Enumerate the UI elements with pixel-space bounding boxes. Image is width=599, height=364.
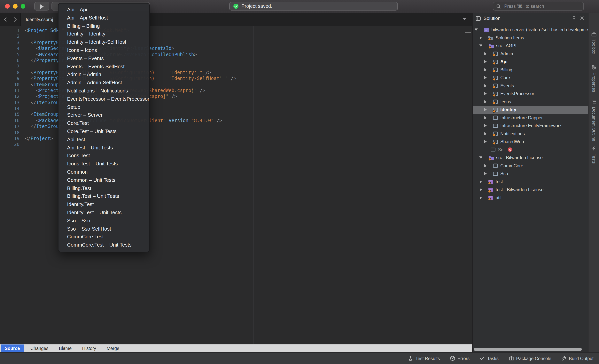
bottom-tab-changes[interactable]: Changes bbox=[26, 345, 52, 352]
run-config-api-api[interactable]: Api – Api bbox=[59, 6, 149, 14]
tree-item-admin[interactable]: Admin bbox=[473, 50, 588, 58]
run-config-common-unit-tests[interactable]: Common – Unit Tests bbox=[59, 176, 149, 184]
tree-item-commcore[interactable]: CommCore bbox=[473, 162, 588, 170]
disclosure-right-icon[interactable] bbox=[484, 172, 487, 175]
window-minimize-button[interactable] bbox=[13, 4, 18, 9]
run-config-api-test-unit-tests[interactable]: Api.Test – Unit Tests bbox=[59, 144, 149, 152]
tree-item-infrastructure-entityframework[interactable]: Infrastructure.EntityFramework bbox=[473, 122, 588, 130]
run-config-billing-test[interactable]: Billing.Test bbox=[59, 184, 149, 193]
run-config-identity-test-unit-tests[interactable]: Identity.Test – Unit Tests bbox=[59, 209, 149, 217]
run-config-eventsprocessor-eventsprocessor[interactable]: EventsProcessor – EventsProcessor bbox=[59, 95, 149, 103]
run-config-sso-sso-selfhost[interactable]: Sso – Sso-SelfHost bbox=[59, 225, 149, 233]
run-config-admin-admin-selfhost[interactable]: Admin – Admin-SelfHost bbox=[59, 79, 149, 87]
dock-tab-toolbox[interactable]: Toolbox bbox=[589, 32, 599, 54]
run-config-identity-identity-selfhost[interactable]: Identity – Identity-SelfHost bbox=[59, 38, 149, 46]
status-bar-build-output[interactable]: Build Output bbox=[561, 356, 594, 361]
pin-icon[interactable] bbox=[572, 16, 576, 21]
disclosure-right-icon[interactable] bbox=[484, 52, 487, 55]
disclosure-right-icon[interactable] bbox=[484, 76, 487, 80]
run-config-admin-admin[interactable]: Admin – Admin bbox=[59, 71, 149, 79]
tree-item-sharedweb[interactable]: SharedWeb bbox=[473, 138, 588, 146]
disclosure-right-icon[interactable] bbox=[484, 124, 487, 127]
tree-item-eventsprocessor[interactable]: EventsProcessor bbox=[473, 90, 588, 98]
bottom-tab-history[interactable]: History bbox=[78, 345, 100, 352]
tree-item-sso[interactable]: Sso bbox=[473, 170, 588, 178]
run-config-commcore-test-unit-tests[interactable]: CommCore.Test – Unit Tests bbox=[59, 241, 149, 249]
dock-tab-tests[interactable]: Tests bbox=[589, 145, 599, 164]
run-config-identity-identity[interactable]: Identity – Identity bbox=[59, 30, 149, 38]
bottom-tab-source[interactable]: Source bbox=[1, 345, 24, 352]
tree-item-sql[interactable]: Sql bbox=[473, 146, 588, 154]
disclosure-down-icon[interactable] bbox=[475, 29, 478, 31]
tree-item-notifications[interactable]: Notifications bbox=[473, 130, 588, 138]
tree-item-test-bitwarden-license[interactable]: test - Bitwarden License bbox=[473, 186, 588, 194]
tree-item-test[interactable]: test bbox=[473, 178, 588, 186]
dock-tab-properties[interactable]: Properties bbox=[589, 65, 599, 92]
run-config-billing-billing[interactable]: Billing – Billing bbox=[59, 22, 149, 30]
tree-item-identity[interactable]: Identity bbox=[473, 106, 588, 114]
disclosure-right-icon[interactable] bbox=[484, 132, 487, 135]
disclosure-right-icon[interactable] bbox=[484, 108, 487, 111]
tab-overflow-caret-icon[interactable] bbox=[463, 18, 467, 20]
navigate-back-icon[interactable] bbox=[1, 16, 9, 23]
run-config-api-test[interactable]: Api.Test bbox=[59, 136, 149, 144]
run-config-identity-test[interactable]: Identity.Test bbox=[59, 201, 149, 209]
disclosure-down-icon[interactable] bbox=[479, 45, 482, 47]
disclosure-right-icon[interactable] bbox=[484, 68, 487, 71]
disclosure-right-icon[interactable] bbox=[480, 188, 482, 191]
run-config-notifications-notifications[interactable]: Notifications – Notifications bbox=[59, 87, 149, 95]
run-config-common[interactable]: Common bbox=[59, 168, 149, 176]
disclosure-right-icon[interactable] bbox=[480, 180, 482, 183]
tree-item-events[interactable]: Events bbox=[473, 82, 588, 90]
disclosure-right-icon[interactable] bbox=[480, 196, 482, 199]
tree-item-infrastructure-dapper[interactable]: Infrastructure.Dapper bbox=[473, 114, 588, 122]
run-config-api-api-selfhost[interactable]: Api – Api-SelfHost bbox=[59, 14, 149, 22]
run-config-server-server[interactable]: Server – Server bbox=[59, 111, 149, 120]
navigate-forward-icon[interactable] bbox=[12, 16, 19, 23]
run-config-core-test-unit-tests[interactable]: Core.Test – Unit Tests bbox=[59, 128, 149, 136]
status-bar-tasks[interactable]: Tasks bbox=[480, 356, 499, 361]
close-icon[interactable] bbox=[580, 16, 584, 21]
status-bar-package-console[interactable]: Package Console bbox=[509, 356, 551, 361]
status-bar-test-results[interactable]: Test Results bbox=[408, 356, 440, 361]
window-close-button[interactable] bbox=[5, 4, 10, 9]
run-config-icons-test-unit-tests[interactable]: Icons.Test – Unit Tests bbox=[59, 160, 149, 168]
tree-item-src-bitwarden-license[interactable]: src - Bitwarden License bbox=[473, 154, 588, 162]
run-config-icons-icons[interactable]: Icons – Icons bbox=[59, 46, 149, 55]
scrollbar-indicator[interactable] bbox=[465, 32, 471, 33]
disclosure-right-icon[interactable] bbox=[484, 116, 487, 119]
disclosure-right-icon[interactable] bbox=[484, 164, 487, 167]
run-config-events-events-selfhost[interactable]: Events – Events-SelfHost bbox=[59, 63, 149, 71]
disclosure-right-icon[interactable] bbox=[484, 84, 487, 87]
disclosure-right-icon[interactable] bbox=[480, 36, 482, 39]
run-config-events-events[interactable]: Events – Events bbox=[59, 55, 149, 63]
tree-item-icons[interactable]: Icons bbox=[473, 98, 588, 106]
tree-item-bitwarden-server-feature-self-hosted-development[interactable]: bitwarden-server (feature/self-hosted-de… bbox=[473, 26, 588, 34]
horizontal-scrollbar[interactable] bbox=[474, 348, 582, 351]
disclosure-down-icon[interactable] bbox=[479, 157, 482, 159]
run-config-core-test[interactable]: Core.Test bbox=[59, 119, 149, 128]
disclosure-right-icon[interactable] bbox=[484, 140, 487, 143]
tree-item-solution-items[interactable]: Solution Items bbox=[473, 34, 588, 42]
disclosure-right-icon[interactable] bbox=[484, 60, 487, 63]
run-config-billing-test-unit-tests[interactable]: Billing.Test – Unit Tests bbox=[59, 193, 149, 201]
run-config-sso-sso[interactable]: Sso – Sso bbox=[59, 217, 149, 225]
tree-item-util[interactable]: util bbox=[473, 194, 588, 202]
bottom-tab-blame[interactable]: Blame bbox=[55, 345, 75, 352]
tree-item-src-agpl[interactable]: src - AGPL bbox=[473, 42, 588, 50]
search-input[interactable]: Press '⌘.' to search bbox=[493, 2, 584, 10]
run-config-setup[interactable]: Setup bbox=[59, 103, 149, 111]
window-zoom-button[interactable] bbox=[21, 4, 25, 9]
run-button[interactable] bbox=[34, 2, 49, 10]
editor-tab-identity-csproj[interactable]: Identity.csproj bbox=[20, 13, 59, 26]
dock-tab-document-outline[interactable]: Document Outline bbox=[589, 99, 599, 141]
run-config-icons-test[interactable]: Icons.Test bbox=[59, 152, 149, 160]
tree-item-api[interactable]: Api bbox=[473, 58, 588, 66]
disclosure-right-icon[interactable] bbox=[484, 92, 487, 95]
bottom-tab-merge[interactable]: Merge bbox=[103, 345, 123, 352]
tree-item-core[interactable]: Core bbox=[473, 74, 588, 82]
disclosure-right-icon[interactable] bbox=[484, 100, 487, 103]
tree-item-billing[interactable]: Billing bbox=[473, 66, 588, 74]
status-bar-errors[interactable]: Errors bbox=[450, 356, 470, 361]
run-config-commcore-test[interactable]: CommCore.Test bbox=[59, 233, 149, 241]
